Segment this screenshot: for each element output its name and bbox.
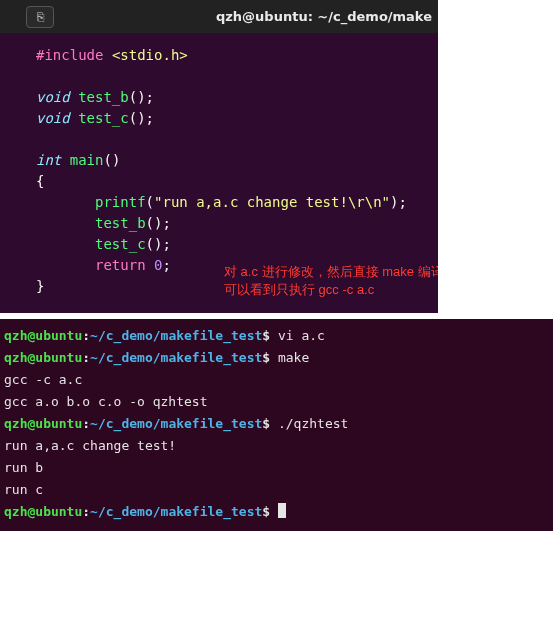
keyword-return: return bbox=[95, 257, 146, 273]
new-tab-icon: ⎘ bbox=[37, 8, 44, 26]
call-printf: printf bbox=[95, 194, 146, 210]
terminal-line: qzh@ubuntu:~/c_demo/makefile_test$ vi a.… bbox=[4, 325, 549, 347]
window-title: qzh@ubuntu: ~/c_demo/make bbox=[216, 7, 432, 27]
literal-zero: 0 bbox=[146, 257, 163, 273]
call-test-c: test_c bbox=[95, 236, 146, 252]
fn-main: main bbox=[61, 152, 103, 168]
terminal-output: run a,a.c change test! bbox=[4, 435, 549, 457]
string-literal: "run a,a.c change test!\r\n" bbox=[154, 194, 390, 210]
terminal-output: run b bbox=[4, 457, 549, 479]
terminal[interactable]: qzh@ubuntu:~/c_demo/makefile_test$ vi a.… bbox=[0, 319, 553, 531]
terminal-line: qzh@ubuntu:~/c_demo/makefile_test$ ./qzh… bbox=[4, 413, 549, 435]
terminal-line: qzh@ubuntu:~/c_demo/makefile_test$ make bbox=[4, 347, 549, 369]
terminal-line: qzh@ubuntu:~/c_demo/makefile_test$ bbox=[4, 501, 549, 523]
terminal-output: gcc a.o b.o c.o -o qzhtest bbox=[4, 391, 549, 413]
fn-decl-test-b: test_b bbox=[70, 89, 129, 105]
command-input: vi a.c bbox=[270, 328, 325, 343]
window-titlebar: ⎘ qzh@ubuntu: ~/c_demo/make bbox=[0, 0, 438, 33]
command-input: ./qzhtest bbox=[270, 416, 348, 431]
keyword-int: int bbox=[36, 152, 61, 168]
annotation-line-1: 对 a.c 进行修改，然后直接 make 编译 bbox=[224, 263, 438, 281]
annotation-line-2: 可以看到只执行 gcc -c a.c bbox=[224, 281, 374, 299]
include-header: <stdio.h> bbox=[112, 47, 188, 63]
new-tab-button[interactable]: ⎘ bbox=[26, 6, 54, 28]
terminal-output: gcc -c a.c bbox=[4, 369, 549, 391]
terminal-output: run c bbox=[4, 479, 549, 501]
editor-window: ⎘ qzh@ubuntu: ~/c_demo/make #include <st… bbox=[0, 0, 438, 313]
cursor-icon bbox=[278, 503, 286, 518]
keyword-void: void bbox=[36, 110, 70, 126]
command-input: make bbox=[270, 350, 309, 365]
call-test-b: test_b bbox=[95, 215, 146, 231]
keyword-include: #include bbox=[36, 47, 103, 63]
fn-decl-test-c: test_c bbox=[70, 110, 129, 126]
prompt-path: ~/c_demo/makefile_test bbox=[90, 328, 262, 343]
keyword-void: void bbox=[36, 89, 70, 105]
prompt-user: qzh@ubuntu bbox=[4, 328, 82, 343]
